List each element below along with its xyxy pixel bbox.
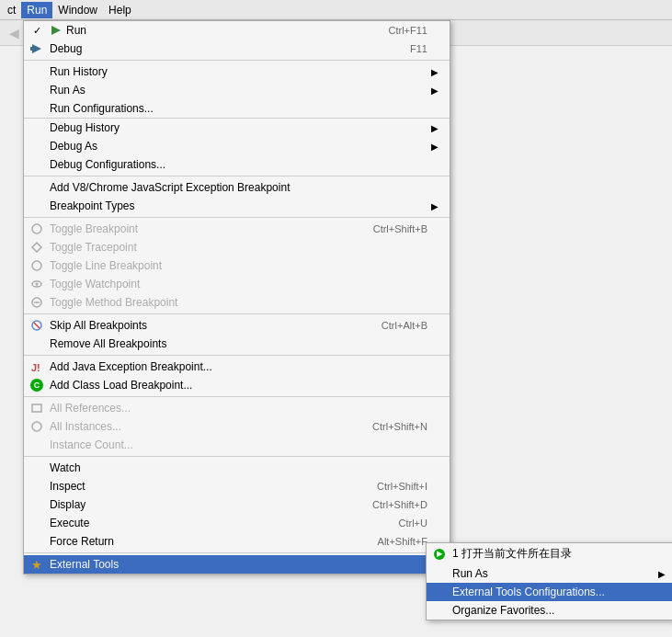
divider-7 bbox=[24, 456, 450, 457]
menu-item-instance-count[interactable]: Instance Count... bbox=[24, 436, 450, 454]
menu-item-remove-all-bp[interactable]: Remove All Breakpoints bbox=[24, 335, 450, 353]
submenu-item-ext-tools-config[interactable]: External Tools Configurations... bbox=[427, 583, 672, 601]
menu-item-execute[interactable]: Execute Ctrl+U bbox=[24, 514, 450, 532]
submenu-item-run-as[interactable]: Run As ▶ bbox=[427, 564, 672, 583]
menubar-item-window[interactable]: Window bbox=[52, 2, 103, 18]
toggle-tp-icon bbox=[28, 242, 46, 253]
green-circle-icon: C bbox=[30, 379, 43, 392]
diamond-icon bbox=[31, 242, 42, 253]
menu-item-toggle-line-bp[interactable]: Toggle Line Breakpoint bbox=[24, 256, 450, 275]
menubar-item-help[interactable]: Help bbox=[103, 2, 137, 18]
svg-point-14 bbox=[32, 422, 41, 431]
menu-item-toggle-method-bp[interactable]: Toggle Method Breakpoint bbox=[24, 293, 450, 312]
menu-item-run-history[interactable]: Run History ▶ bbox=[24, 63, 450, 81]
menu-item-watch[interactable]: Watch bbox=[24, 459, 450, 477]
organize-favorites-label: Organize Favorites... bbox=[452, 604, 554, 617]
menu-item-external-tools[interactable]: ★ External Tools ▶ bbox=[24, 555, 450, 574]
all-instances-icon bbox=[28, 421, 46, 432]
sub-run-as-label: Run As bbox=[452, 567, 488, 580]
skip-all-bp-label: Skip All Breakpoints bbox=[50, 319, 147, 332]
watch-label: Watch bbox=[50, 461, 81, 474]
divider-6 bbox=[24, 396, 450, 397]
toggle-method-bp-label: Toggle Method Breakpoint bbox=[50, 296, 177, 309]
green-circle-small: ▶ bbox=[434, 549, 445, 560]
external-tools-label: External Tools bbox=[50, 558, 119, 571]
open-dir-icon: ▶ bbox=[430, 549, 449, 560]
run-as-label: Run As bbox=[50, 84, 85, 97]
execute-shortcut: Ctrl+U bbox=[399, 518, 442, 529]
debug-as-label: Debug As bbox=[50, 140, 97, 153]
toggle-wp-icon bbox=[28, 279, 46, 290]
submenu-item-organize-favorites[interactable]: Organize Favorites... bbox=[427, 601, 672, 620]
divider-3 bbox=[24, 217, 450, 218]
skip-icon bbox=[30, 319, 43, 332]
breakpoint-types-label: Breakpoint Types bbox=[50, 199, 135, 212]
svg-line-11 bbox=[34, 323, 40, 328]
submenu-item-open-dir[interactable]: ▶ 1 打开当前文件所在目录 bbox=[427, 543, 672, 564]
menu-item-breakpoint-types[interactable]: Breakpoint Types ▶ bbox=[24, 197, 450, 215]
svg-point-7 bbox=[36, 283, 39, 286]
circle-icon-2 bbox=[31, 260, 42, 271]
svg-rect-13 bbox=[32, 404, 41, 412]
run-configurations-label: Run Configurations... bbox=[50, 102, 154, 115]
svg-rect-2 bbox=[30, 47, 33, 51]
star-icon: ★ bbox=[31, 558, 42, 572]
menu-item-run-as[interactable]: Run As ▶ bbox=[24, 81, 450, 99]
external-tools-submenu: ▶ 1 打开当前文件所在目录 Run As ▶ External Tools C… bbox=[426, 542, 672, 620]
java-exc-icon: J! bbox=[28, 360, 46, 373]
add-v8-label: Add V8/Chrome JavaScript Exception Break… bbox=[50, 181, 290, 194]
menu-item-debug[interactable]: Debug F11 bbox=[24, 40, 450, 58]
toggle-method-bp-icon bbox=[28, 297, 46, 308]
menu-item-toggle-watchpoint[interactable]: Toggle Watchpoint bbox=[24, 275, 450, 293]
add-class-load-label: Add Class Load Breakpoint... bbox=[50, 379, 192, 392]
run-shortcut: Ctrl+F11 bbox=[389, 25, 443, 36]
menubar-item-run[interactable]: Run bbox=[21, 2, 52, 18]
toggle-line-bp-icon bbox=[28, 260, 46, 271]
menubar-item-ct[interactable]: ct bbox=[2, 2, 21, 18]
menu-item-force-return[interactable]: Force Return Alt+Shift+F bbox=[24, 532, 450, 551]
svg-marker-4 bbox=[32, 243, 41, 252]
toggle-bp-shortcut: Ctrl+Shift+B bbox=[373, 223, 442, 234]
svg-marker-0 bbox=[51, 26, 61, 35]
divider-4 bbox=[24, 313, 450, 314]
menu-item-debug-configurations[interactable]: Debug Configurations... bbox=[24, 155, 450, 174]
menu-item-run[interactable]: ✓ Run Ctrl+F11 bbox=[24, 21, 450, 40]
ext-tools-config-label: External Tools Configurations... bbox=[452, 586, 605, 598]
all-references-label: All References... bbox=[50, 402, 131, 415]
display-label: Display bbox=[50, 498, 85, 511]
toggle-line-bp-label: Toggle Line Breakpoint bbox=[50, 259, 162, 272]
remove-all-bp-label: Remove All Breakpoints bbox=[50, 337, 166, 350]
run-icon-img bbox=[50, 24, 63, 37]
menu-item-debug-history[interactable]: Debug History ▶ bbox=[24, 119, 450, 137]
java-exc-icon-img: J! bbox=[30, 360, 43, 373]
menu-item-run-configurations[interactable]: Run Configurations... bbox=[24, 99, 450, 119]
display-shortcut: Ctrl+Shift+D bbox=[372, 499, 442, 510]
run-history-label: Run History bbox=[50, 65, 108, 78]
svg-text:J!: J! bbox=[31, 362, 40, 373]
inspect-shortcut: Ctrl+Shift+I bbox=[377, 481, 442, 492]
back-arrow[interactable]: ◀ bbox=[7, 26, 21, 40]
open-dir-label: 1 打开当前文件所在目录 bbox=[452, 546, 572, 562]
toggle-tracepoint-label: Toggle Tracepoint bbox=[50, 241, 137, 254]
run-menu-dropdown: ✓ Run Ctrl+F11 Debug F11 Run History ▶ R… bbox=[23, 20, 450, 574]
menu-item-debug-as[interactable]: Debug As ▶ bbox=[24, 137, 450, 155]
toggle-bp-icon bbox=[28, 223, 46, 234]
menu-item-toggle-breakpoint[interactable]: Toggle Breakpoint Ctrl+Shift+B bbox=[24, 220, 450, 238]
inspect-label: Inspect bbox=[50, 480, 85, 493]
debug-label: Debug bbox=[50, 42, 82, 55]
menu-item-toggle-tracepoint[interactable]: Toggle Tracepoint bbox=[24, 238, 450, 256]
menu-item-add-java-exc-bp[interactable]: J! Add Java Exception Breakpoint... bbox=[24, 358, 450, 376]
menu-item-display[interactable]: Display Ctrl+Shift+D bbox=[24, 495, 450, 514]
menu-item-add-class-load-bp[interactable]: C Add Class Load Breakpoint... bbox=[24, 376, 450, 394]
menubar: ct Run Window Help bbox=[0, 0, 672, 20]
debug-as-arrow: ▶ bbox=[431, 142, 442, 152]
menu-item-all-instances[interactable]: All Instances... Ctrl+Shift+N bbox=[24, 417, 450, 436]
divider-1 bbox=[24, 60, 450, 61]
execute-label: Execute bbox=[50, 517, 89, 529]
menu-item-all-references[interactable]: All References... bbox=[24, 399, 450, 417]
menu-item-inspect[interactable]: Inspect Ctrl+Shift+I bbox=[24, 477, 450, 495]
debug-configurations-label: Debug Configurations... bbox=[50, 158, 165, 171]
divider-5 bbox=[24, 355, 450, 356]
menu-item-add-v8[interactable]: Add V8/Chrome JavaScript Exception Break… bbox=[24, 178, 450, 197]
menu-item-skip-all-bp[interactable]: Skip All Breakpoints Ctrl+Alt+B bbox=[24, 316, 450, 335]
